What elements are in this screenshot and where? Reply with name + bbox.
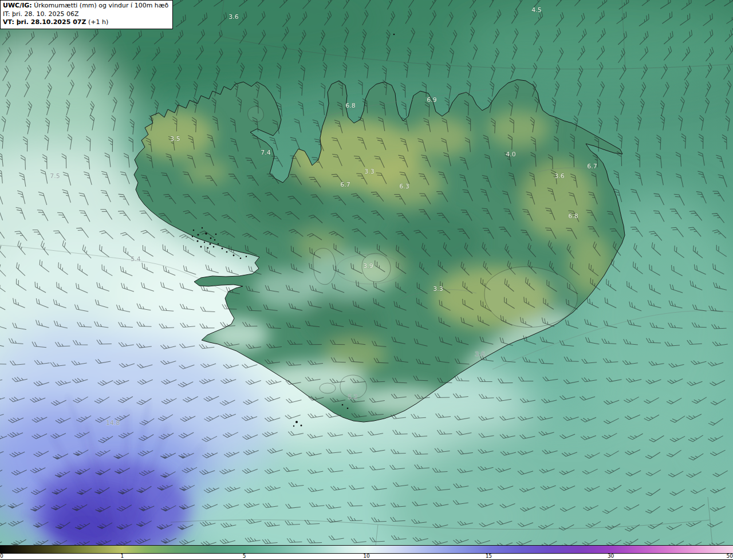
precip-value-label: 3.6 [554,172,565,180]
colorbar: 01510153050 [0,545,733,560]
precip-value-label: 6.8 [345,102,356,109]
colorbar-tick-label: 30 [608,553,614,559]
colorbar-scale-labels: 01510153050 [0,554,733,560]
colorbar-gradient [0,545,733,554]
precip-value-label: 3.3 [364,168,375,175]
precip-value-label: 3.6 [228,13,239,21]
colorbar-tick-label: 1 [121,553,124,559]
valid-time: VT: þri. 28.10.2025 07Z (+1 h) [3,18,168,27]
colorbar-tick-label: 5 [243,553,246,559]
precip-value-label: 4.0 [506,151,516,158]
colorbar-tick-label: 0 [0,553,3,559]
precip-value-label: 5.4 [131,255,141,263]
precip-value-label: 5.2 [348,393,358,401]
colorbar-tick-label: 10 [363,553,369,559]
precip-value-label: 3.5 [170,135,180,143]
precip-value-label: 14.8 [106,419,120,427]
init-time: IT: þri. 28. 10. 2025 06Z [3,10,168,19]
weather-chart: 3.64.56.86.93.57.47.53.36.76.34.03.66.76… [0,0,733,560]
product-title: UWC/IG: Úrkomumætti (mm) og vindur í 100… [3,2,168,10]
precip-value-label: 6.7 [340,181,350,188]
weather-map: 3.64.56.86.93.57.47.53.36.76.34.03.66.76… [0,0,733,545]
colorbar-tick-label: 50 [727,553,733,559]
forecast-info-box: UWC/IG: Úrkomumætti (mm) og vindur í 100… [0,0,173,29]
precip-value-label: 3.9 [363,262,373,270]
precip-value-label: 6.3 [399,183,409,190]
precip-value-label: 7.5 [50,172,60,180]
precip-value-label: 4.5 [531,6,542,14]
precip-value-label: 6.9 [427,96,437,104]
precip-value-label: 3.6 [475,350,485,358]
colorbar-tick-label: 15 [486,553,492,559]
precip-value-label: 7.4 [261,149,271,156]
precip-value-label: 6.7 [587,163,597,170]
precip-value-label: 3.3 [433,285,443,293]
precip-value-label: 6.8 [568,212,578,220]
